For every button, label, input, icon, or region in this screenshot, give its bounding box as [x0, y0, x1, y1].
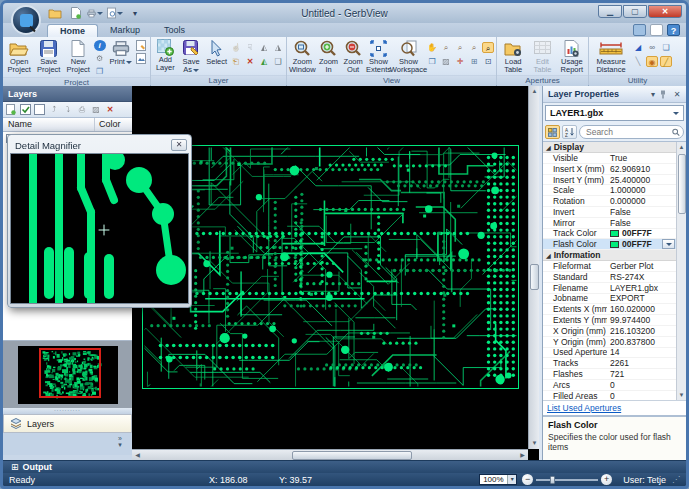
scroll-down-icon[interactable]: ▼: [529, 438, 540, 449]
layer-lower-icon[interactable]: ☟: [244, 42, 256, 53]
property-row[interactable]: Jobname EXPORT: [543, 294, 676, 305]
property-row[interactable]: Extents Y (mm) 99.974400: [543, 315, 676, 326]
close-panel-icon[interactable]: ✕: [671, 90, 683, 99]
tab-tools[interactable]: Tools: [152, 24, 197, 37]
property-row[interactable]: Mirror False: [543, 218, 676, 229]
property-row[interactable]: Tracks 2261: [543, 358, 676, 369]
detail-magnifier-window[interactable]: Detail Magnifier ✕: [7, 134, 192, 308]
save-project-button[interactable]: Save Project: [35, 38, 64, 75]
usage-report-button[interactable]: Usage Report: [558, 38, 586, 75]
property-row[interactable]: Flashes 721: [543, 369, 676, 380]
properties-scroll-thumb[interactable]: [678, 154, 686, 214]
zoom-window-button[interactable]: Zoom Window: [289, 38, 316, 75]
show-workspace-button[interactable]: Show Workspace: [392, 38, 425, 75]
measure-area-icon[interactable]: ◢: [632, 42, 644, 53]
project-copy-icon[interactable]: ❐: [94, 66, 106, 77]
property-row[interactable]: Insert Y (mm) 25.400000: [543, 175, 676, 186]
print-preview-page-icon[interactable]: [136, 53, 148, 64]
property-row[interactable]: Fileformat Gerber Plot: [543, 261, 676, 272]
zoom-previous-icon[interactable]: ⌕: [440, 42, 452, 53]
grid-icon[interactable]: ⊞: [468, 56, 480, 67]
flash-color-dropdown-button[interactable]: [662, 239, 675, 249]
measure-angle-icon[interactable]: ∞: [646, 42, 658, 53]
measure-distance-button[interactable]: Measure Distance: [591, 38, 631, 75]
magnifier-close-icon[interactable]: ✕: [171, 139, 187, 151]
select-button[interactable]: Select: [204, 38, 229, 75]
remove-layer-icon[interactable]: ✕: [104, 104, 116, 115]
list-used-apertures-link[interactable]: List Used Apertures: [547, 403, 621, 413]
categorize-view-icon[interactable]: [545, 125, 560, 139]
panel-menu-icon[interactable]: ▾: [647, 90, 659, 99]
zoom-selected-icon[interactable]: ⌕: [454, 42, 466, 53]
property-row[interactable]: Invert False: [543, 207, 676, 218]
property-row[interactable]: Visible True: [543, 153, 676, 164]
properties-scrollbar[interactable]: ▲ ▼: [676, 142, 687, 400]
minimize-button[interactable]: ▁: [598, 5, 622, 18]
tab-home[interactable]: Home: [47, 24, 98, 37]
resize-grip-icon[interactable]: ⋰: [672, 475, 680, 484]
column-color[interactable]: Color: [95, 118, 132, 131]
zoom-all-icon[interactable]: ⌕: [468, 42, 480, 53]
move-layer-down-icon[interactable]: ⤵: [62, 104, 74, 115]
magnifier-title-bar[interactable]: Detail Magnifier ✕: [10, 137, 189, 153]
scroll-up-icon[interactable]: ▲: [529, 86, 540, 97]
zoom-slider-knob[interactable]: [550, 476, 555, 484]
zoom-out-button[interactable]: Zoom Out: [341, 38, 365, 75]
zoom-slider[interactable]: [536, 479, 598, 481]
property-row-flash-color[interactable]: Flash Color 00FF7F: [543, 239, 676, 250]
delete-layer-icon[interactable]: ✕: [244, 56, 256, 67]
title-bar[interactable]: ▾ Untitled - GerbView ▁ ▢ ✕: [3, 3, 686, 23]
property-row-track-color[interactable]: Track Color 00FF7F: [543, 229, 676, 240]
scroll-up-icon[interactable]: ▲: [676, 142, 687, 153]
save-as-button[interactable]: Save As: [179, 38, 204, 75]
qat-open-button[interactable]: [47, 6, 63, 21]
page-setup-icon[interactable]: [136, 40, 148, 51]
property-row[interactable]: Rotation 0.000000: [543, 196, 676, 207]
layer-rotate-icon[interactable]: ◮: [272, 42, 284, 53]
maximize-button[interactable]: ▢: [623, 5, 647, 18]
project-settings-gear-icon[interactable]: ⚙: [94, 53, 106, 64]
property-row[interactable]: X Origin (mm) 216.103200: [543, 326, 676, 337]
layer-align-icon[interactable]: ◭: [258, 56, 270, 67]
highlight-icon[interactable]: ▨: [440, 56, 452, 67]
magnifier-view[interactable]: [10, 153, 189, 304]
section-information[interactable]: ◢ Information: [543, 250, 676, 261]
qat-print-button[interactable]: [87, 6, 103, 21]
layer-select-combo[interactable]: LAYER1.gbx: [545, 105, 684, 121]
layers-panel-tab[interactable]: Layers: [3, 414, 132, 433]
load-table-button[interactable]: Load Table: [499, 38, 527, 75]
origin-icon[interactable]: ✛: [454, 56, 466, 67]
section-display[interactable]: ◢ Display: [543, 142, 676, 153]
property-search[interactable]: [579, 125, 684, 139]
properties-header[interactable]: Layer Properties ▾ ✕: [543, 86, 686, 103]
property-row[interactable]: Insert X (mm) 62.906910: [543, 164, 676, 175]
new-project-button[interactable]: New Project: [64, 38, 93, 75]
property-row[interactable]: Extents X (mm) 160.020000: [543, 304, 676, 315]
vertical-scrollbar[interactable]: ▲ ▼: [528, 86, 539, 449]
output-bar[interactable]: ⊞ Output: [3, 460, 686, 473]
print-button[interactable]: Print: [107, 38, 136, 75]
property-row[interactable]: Y Origin (mm) 200.837800: [543, 337, 676, 348]
tab-markup[interactable]: Markup: [98, 24, 152, 37]
redraw-icon[interactable]: ❒: [426, 56, 438, 67]
qat-new-button[interactable]: [67, 6, 83, 21]
horizontal-scrollbar[interactable]: ◀ ▶: [132, 449, 528, 460]
show-extents-button[interactable]: Show Extents: [366, 38, 391, 75]
edit-table-button[interactable]: Edit Table: [528, 38, 556, 75]
document-options-icon[interactable]: [650, 24, 663, 36]
magnifier-toggle-icon[interactable]: ⌕: [482, 42, 494, 53]
qat-customize-button[interactable]: ▾: [127, 6, 143, 21]
open-project-button[interactable]: Open Project: [5, 38, 34, 75]
help-icon[interactable]: ?: [667, 24, 680, 36]
zoom-out-slider-button[interactable]: −: [522, 474, 533, 485]
measure-line-icon[interactable]: ╲: [632, 56, 644, 67]
snap-grid-icon[interactable]: ⊡: [482, 56, 494, 67]
measure-pick-icon[interactable]: ╱: [660, 56, 672, 67]
zoom-in-button[interactable]: Zoom In: [317, 38, 341, 75]
property-row[interactable]: Arcs 0: [543, 380, 676, 391]
project-info-icon[interactable]: i: [94, 40, 106, 51]
column-name[interactable]: Name: [3, 118, 95, 131]
snap-center-icon[interactable]: ◉: [646, 56, 658, 67]
property-row[interactable]: Used Apertures 14: [543, 348, 676, 359]
layer-mirror-icon[interactable]: ◭: [258, 42, 270, 53]
